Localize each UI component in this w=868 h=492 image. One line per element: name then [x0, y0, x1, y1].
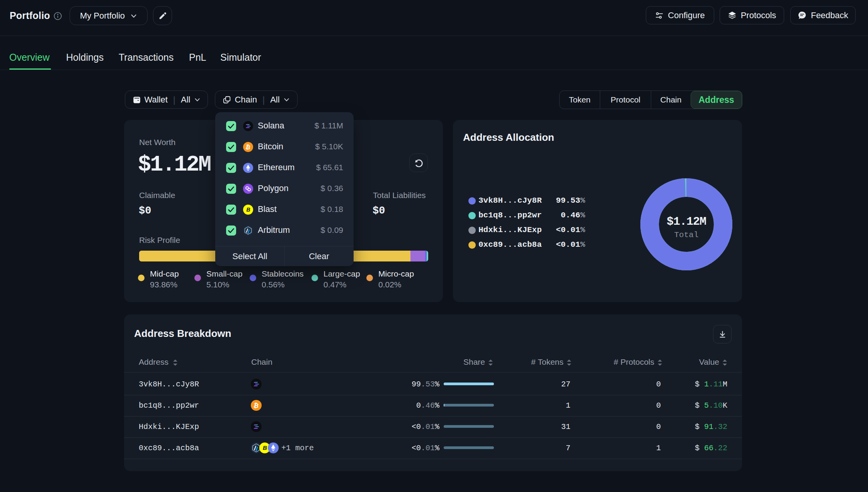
svg-text:B: B	[263, 444, 267, 451]
svg-text:B: B	[246, 207, 250, 213]
